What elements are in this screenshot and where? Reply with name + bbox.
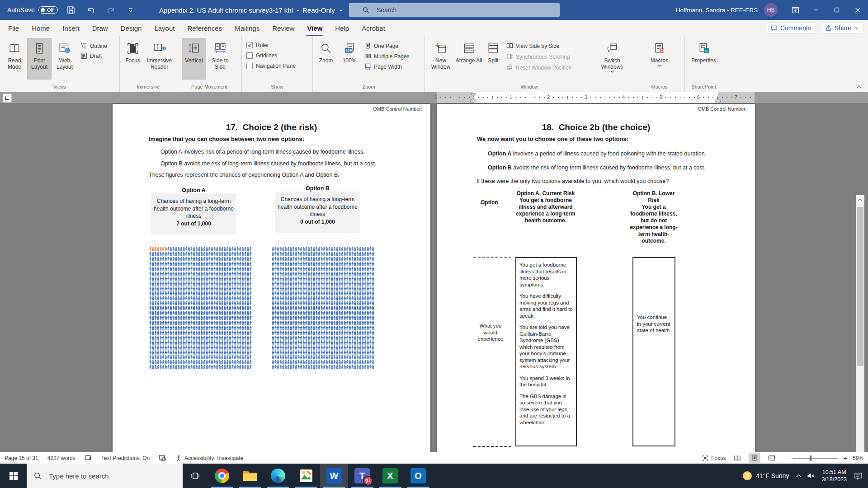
split-button[interactable]: Split [483,38,504,80]
tab-view[interactable]: View [301,20,329,36]
tab-help[interactable]: Help [329,20,355,36]
redo-button[interactable] [104,3,118,17]
web-layout-view-button[interactable] [766,453,778,463]
taskbar-app-image-editor[interactable] [292,464,320,488]
macros-button[interactable]: Macros [646,38,673,80]
collapse-ribbon-button[interactable] [856,85,862,89]
avatar[interactable]: HS [764,3,778,17]
hanging-indent-marker[interactable] [470,98,476,103]
outline-button[interactable]: Outline [80,42,107,49]
read-mode-button[interactable]: Read Mode [2,38,27,80]
synchronous-scrolling-button[interactable]: Synchronous Scrolling [506,53,595,60]
readonly-badge[interactable]: Read-Only [302,6,335,14]
focus-button[interactable]: Focus [122,38,144,80]
tab-design[interactable]: Design [114,20,148,36]
tab-acrobat[interactable]: Acrobat [355,20,392,36]
tab-insert[interactable]: Insert [56,20,86,36]
properties-button[interactable]: S Properties [689,38,719,80]
gridlines-checkbox[interactable]: Gridlines [246,52,296,59]
view-side-by-side-button[interactable]: View Side by Side [506,42,595,49]
action-center-button[interactable] [854,472,863,480]
autosave-toggle[interactable]: AutoSave Off [7,6,58,14]
scroll-up-button[interactable] [856,195,864,204]
share-button[interactable]: Share [821,22,863,34]
zoom-slider[interactable] [793,458,838,459]
read-mode-view-button[interactable] [731,453,743,463]
page-width-button[interactable]: Page Width [364,63,410,70]
navigation-pane-checkbox[interactable]: Navigation Pane [246,63,296,69]
document-page-16[interactable]: OMB Control Number: 18. Choice 2b (the c… [437,104,755,452]
zoom-percentage[interactable]: 69% [853,455,863,461]
save-button[interactable] [64,3,78,17]
taskbar-app-teams[interactable]: T 9+ [348,464,376,488]
search-bar[interactable] [349,3,560,17]
document-page-15[interactable]: OMB Control Number: 17. Choice 2 (the ri… [113,104,430,452]
taskbar-app-file-explorer[interactable] [236,464,264,488]
tab-mailings[interactable]: Mailings [228,20,266,36]
taskbar-clock[interactable]: 10:51 AM 3/18/2023 [821,469,847,483]
web-layout-button[interactable]: Web Layout [52,38,78,80]
close-button[interactable] [847,0,868,20]
search-input[interactable] [376,6,527,14]
taskbar-search-input[interactable] [48,472,158,480]
task-view-button[interactable] [183,464,208,488]
minimize-button[interactable] [806,0,826,20]
undo-button[interactable] [84,3,98,17]
taskbar-app-excel[interactable]: X [376,464,404,488]
taskbar-app-edge[interactable] [264,464,292,488]
comments-button[interactable]: Comments [766,22,816,34]
switch-windows-icon [606,41,618,56]
print-layout-button[interactable]: Print Layout [27,38,52,80]
right-indent-marker[interactable] [715,98,721,103]
show-hidden-icons-button[interactable] [796,474,802,478]
ruler-checkbox[interactable]: Ruler [246,42,296,48]
tab-draw[interactable]: Draw [86,20,114,36]
zoom-in-button[interactable]: + [843,454,847,462]
speaker-icon[interactable] [807,473,814,479]
side-to-side-button[interactable]: Side to Side [206,38,234,80]
tab-stop-selector[interactable] [3,94,12,103]
intelligent-services-button[interactable] [159,455,166,461]
tab-references[interactable]: References [181,20,228,36]
switch-windows-button[interactable]: Switch Windows [596,38,628,80]
print-layout-view-button[interactable] [749,453,760,463]
start-button[interactable] [0,464,27,488]
taskbar-app-chrome[interactable] [208,464,236,488]
immersive-reader-button[interactable]: Immersive Reader [144,38,175,80]
page-number-status[interactable]: Page 15 of 31 [5,455,38,461]
zoom-button[interactable]: Zoom [315,38,337,80]
taskbar-search-box[interactable] [27,464,183,488]
one-page-button[interactable]: One Page [364,42,410,49]
tab-file[interactable]: File [2,20,25,36]
accessibility-status[interactable]: Accessibility: Investigate [175,455,243,461]
taskbar-app-word[interactable]: W [320,464,348,488]
customize-quick-access-button[interactable] [124,3,137,17]
vertical-scrollbar[interactable] [856,195,864,452]
weather-widget[interactable]: 41°F Sunny [743,471,789,480]
scrollbar-thumb[interactable] [857,207,863,366]
document-canvas[interactable]: OMB Control Number: 17. Choice 2 (the ri… [0,103,868,452]
word-count-status[interactable]: 4227 words [47,455,75,461]
teams-notification-badge: 9+ [363,476,373,486]
ruler-scale[interactable]: 11234567 [437,92,755,103]
text-predictions-status[interactable]: Text Predictions: On [101,455,150,461]
tab-home[interactable]: Home [25,20,56,36]
vertical-button[interactable]: Vertical [182,38,206,80]
draft-button[interactable]: Draft [80,52,107,59]
multiple-pages-button[interactable]: Multiple Pages [364,53,410,60]
first-line-indent-marker[interactable] [470,93,476,97]
focus-mode-button[interactable]: Focus [702,455,726,461]
autosave-pill[interactable]: Off [38,6,58,14]
proofing-errors-button[interactable] [85,455,92,461]
zoom-out-button[interactable]: − [783,454,787,462]
arrange-all-button[interactable]: Arrange All [455,38,483,80]
tab-review[interactable]: Review [266,20,301,36]
ribbon-display-options-button[interactable] [785,0,806,20]
maximize-button[interactable] [826,0,847,20]
zoom-100-button[interactable]: 100 100% [337,38,362,80]
taskbar-app-outlook[interactable]: O [404,464,432,488]
new-window-button[interactable]: New Window [427,38,455,80]
reset-window-position-button[interactable]: Reset Window Position [506,64,595,71]
zoom-slider-thumb[interactable] [810,455,811,461]
tab-layout[interactable]: Layout [148,20,181,36]
